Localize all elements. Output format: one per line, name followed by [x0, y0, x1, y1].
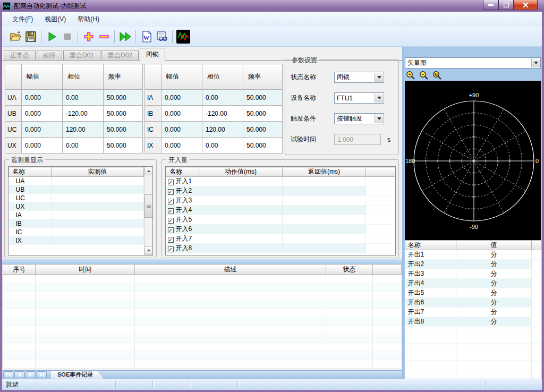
param-select-1[interactable]: FTU1: [334, 92, 384, 104]
first-page-button[interactable]: [3, 371, 13, 378]
horizontal-splitter[interactable]: [2, 259, 402, 264]
analog-row-UA[interactable]: UA0.0000.0050.000: [5, 90, 143, 106]
digital-input-row-开入8[interactable]: ✓开入8: [166, 244, 396, 253]
add-button[interactable]: [81, 29, 96, 45]
zoom-reset-icon[interactable]: N: [432, 71, 442, 80]
waveform-button[interactable]: [175, 29, 191, 45]
tab-闭锁[interactable]: 闭锁: [140, 48, 165, 61]
analog-row-UX[interactable]: UX0.0000.0050.000: [5, 138, 143, 154]
report-preview-button[interactable]: [154, 29, 169, 45]
scrollbar-thumb[interactable]: [144, 194, 153, 218]
telemetry-value: [52, 185, 144, 194]
next-page-button[interactable]: [26, 371, 36, 378]
row-label: IB: [145, 106, 162, 122]
telemetry-row-UX[interactable]: UX: [9, 202, 144, 211]
word-document-icon: W: [141, 31, 152, 42]
telemetry-row-UA[interactable]: UA: [9, 177, 144, 185]
run-all-button[interactable]: [117, 29, 133, 45]
telemetry-row-UC[interactable]: UC: [9, 194, 144, 202]
word-report-button[interactable]: W: [139, 29, 154, 45]
chevron-down-icon[interactable]: [375, 114, 383, 123]
menu-item-2[interactable]: 帮助(H): [72, 12, 105, 27]
menu-item-0[interactable]: 文件(F): [6, 12, 39, 27]
analog-row-IB[interactable]: IB0.000-120.0050.000: [145, 106, 283, 122]
zoom-in-icon[interactable]: +: [406, 71, 415, 80]
analog-row-IC[interactable]: IC0.000120.0050.000: [145, 122, 283, 138]
tab-故障[interactable]: 故障: [37, 50, 62, 61]
telemetry-row-IX[interactable]: IX: [9, 236, 144, 245]
menu-item-1[interactable]: 视图(V): [39, 12, 72, 27]
analog-cell: 0.00: [202, 138, 243, 154]
checkbox-checked[interactable]: ✓: [168, 246, 174, 252]
telemetry-scrollbar[interactable]: [144, 167, 153, 255]
digital-input-row-开入5[interactable]: ✓开入5: [166, 215, 396, 225]
digital-input-row-开入2[interactable]: ✓开入2: [166, 186, 396, 196]
analog-row-UB[interactable]: UB0.000-120.0050.000: [5, 106, 143, 122]
digital-input-row-开入4[interactable]: ✓开入4: [166, 206, 396, 215]
maximize-button[interactable]: [498, 0, 514, 10]
run-button[interactable]: [44, 29, 60, 45]
output-row-开出2[interactable]: 开出2分: [405, 260, 541, 269]
tab-soe-events[interactable]: SOE事件记录: [51, 371, 104, 379]
checkbox-checked[interactable]: ✓: [168, 237, 174, 243]
checkbox-checked[interactable]: ✓: [168, 227, 174, 233]
tab-正常态[interactable]: 正常态: [4, 50, 36, 61]
checkbox-checked[interactable]: ✓: [168, 208, 174, 214]
telemetry-row-IA[interactable]: IA: [9, 211, 144, 219]
checkbox-checked[interactable]: ✓: [168, 199, 174, 204]
open-file-button[interactable]: [7, 29, 23, 45]
view-select[interactable]: 矢量图: [405, 57, 541, 69]
output-value: 分: [456, 260, 532, 269]
digital-input-row-开入6[interactable]: ✓开入6: [166, 225, 396, 234]
event-cell: [36, 275, 135, 283]
close-button[interactable]: [514, 0, 538, 10]
column-header: 序号: [3, 265, 36, 275]
scroll-up-icon[interactable]: [144, 167, 153, 175]
checkbox-checked[interactable]: ✓: [168, 218, 174, 224]
stop-button[interactable]: [60, 29, 75, 45]
digital-input-row-开入7[interactable]: ✓开入7: [166, 234, 396, 244]
chevron-down-icon[interactable]: [531, 58, 540, 67]
analog-row-IA[interactable]: IA0.0000.0050.000: [145, 90, 283, 106]
checkbox-checked[interactable]: ✓: [168, 189, 174, 195]
polar-label-right: 0: [536, 158, 539, 164]
output-row-开出6[interactable]: 开出6分: [405, 298, 541, 308]
telemetry-row-IB[interactable]: IB: [9, 219, 144, 228]
param-select-0[interactable]: 闭锁: [334, 72, 384, 83]
digital-input-row-开入3[interactable]: ✓开入3: [166, 196, 396, 206]
checkbox-checked[interactable]: ✓: [168, 180, 174, 185]
tab-重合D02[interactable]: 重合D02: [101, 50, 139, 61]
action-value: [199, 215, 283, 225]
output-row-开出8[interactable]: 开出8分: [405, 317, 541, 327]
output-row-开出3[interactable]: 开出3分: [405, 269, 541, 279]
tab-重合D01[interactable]: 重合D01: [63, 50, 100, 61]
chevron-down-icon[interactable]: [375, 73, 383, 82]
output-row-开出1[interactable]: 开出1分: [405, 250, 541, 260]
waveform-icon: [176, 30, 190, 44]
zoom-out-icon[interactable]: −: [419, 71, 429, 80]
minimize-button[interactable]: [483, 0, 498, 10]
chevron-down-icon[interactable]: [375, 93, 383, 103]
row-label: IC: [145, 122, 162, 138]
voltage-table: 幅值相位频率UA0.0000.0050.000UB0.000-120.0050.…: [5, 64, 143, 154]
last-page-button[interactable]: [37, 371, 47, 378]
analog-cell: 50.000: [243, 138, 283, 154]
telemetry-row-UB[interactable]: UB: [9, 185, 144, 194]
remove-button[interactable]: [96, 29, 112, 45]
save-button[interactable]: [23, 29, 38, 45]
digital-input-row-开入1[interactable]: ✓开入1: [166, 177, 396, 186]
output-row-开出4[interactable]: 开出4分: [405, 279, 541, 288]
event-cell: [3, 275, 36, 283]
param-select-2[interactable]: 按键触发: [334, 113, 384, 124]
scroll-down-icon[interactable]: [144, 246, 153, 255]
telemetry-value: [52, 219, 144, 228]
telemetry-row-IC[interactable]: IC: [9, 228, 144, 236]
prev-page-button[interactable]: [14, 371, 24, 378]
output-row-开出5[interactable]: 开出5分: [405, 288, 541, 298]
event-cell: [3, 360, 36, 368]
analog-row-IX[interactable]: IX0.0000.0050.000: [145, 138, 283, 154]
digital-input-name-cell: ✓开入5: [166, 215, 199, 225]
output-row-开出7[interactable]: 开出7分: [405, 308, 541, 317]
blank-cell: [366, 215, 396, 225]
analog-row-UC[interactable]: UC0.000120.0050.000: [5, 122, 143, 138]
